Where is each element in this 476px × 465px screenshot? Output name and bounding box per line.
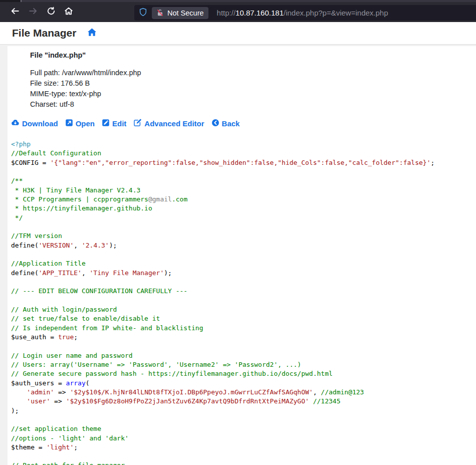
download-label: Download [22, 119, 58, 128]
code-line: /** [11, 176, 476, 185]
code-line: $auth_users = array( [11, 379, 476, 388]
open-external-icon [65, 119, 73, 128]
forward-button[interactable] [25, 4, 41, 20]
code-line: * H3K | Tiny File Manager V2.4.3 [11, 186, 476, 195]
code-line: */ [11, 213, 476, 222]
edit-link[interactable]: Edit [102, 119, 126, 128]
url-host: 10.87.160.181 [235, 9, 284, 17]
page-title: File Manager [12, 27, 76, 39]
home-button[interactable] [61, 4, 77, 20]
file-title: File "index.php" [30, 51, 476, 59]
edit-pencil-square-icon [102, 119, 110, 128]
advanced-editor-link[interactable]: Advanced Editor [133, 119, 204, 128]
code-line: $CONFIG = '{"lang":"en","error_reporting… [11, 158, 476, 167]
home-icon [64, 7, 73, 18]
code-line: $theme = 'light'; [11, 443, 476, 452]
url-path: /index.php?p=&view=index.php [284, 9, 388, 17]
code-viewer: <?php//Default Configuration$CONFIG = '{… [8, 138, 476, 465]
download-link[interactable]: Download [11, 119, 58, 128]
security-chip[interactable]: Not Secure [152, 7, 208, 19]
back-icon [11, 7, 20, 18]
code-line [11, 415, 476, 424]
refresh-icon [47, 7, 56, 18]
code-line: ); [11, 406, 476, 415]
code-line: // Login user name and password [11, 351, 476, 360]
code-line [11, 222, 476, 231]
back-circle-icon [211, 119, 219, 128]
open-label: Open [76, 119, 95, 128]
code-line [11, 342, 476, 351]
back-link[interactable]: Back [211, 119, 240, 128]
code-line: * CCP Programmers | ccpprogrammers@gmail… [11, 195, 476, 204]
code-line: // set true/false to enable/disable it [11, 314, 476, 323]
code-line: <?php [11, 140, 476, 149]
edit-label: Edit [112, 119, 126, 128]
code-line: // Generate secure password hash - https… [11, 369, 476, 378]
code-line: //TFM version [11, 231, 476, 241]
code-line: 'admin' => '$2y$10$/K.hjNr84lLNDt8fTXjoI… [11, 388, 476, 397]
file-size: File size: 176.56 B [30, 78, 476, 89]
code-line: define('APP_TITLE', 'Tiny File Manager')… [11, 269, 476, 278]
code-line: // Users: array('Username' => 'Password'… [11, 360, 476, 369]
code-line [11, 296, 476, 305]
refresh-button[interactable] [43, 4, 59, 20]
open-link[interactable]: Open [65, 119, 95, 128]
file-mime-type: MIME-type: text/x-php [30, 89, 476, 99]
code-line [11, 167, 476, 176]
broken-lock-icon [156, 9, 164, 17]
action-bar: Download Open Edit [11, 119, 476, 128]
code-line: // Auth with login/password [11, 305, 476, 314]
url-text: http://10.87.160.181/index.php?p=&view=i… [217, 9, 388, 17]
code-line: * https://tinyfilemanager.github.io [11, 204, 476, 213]
code-line: // Is independent from IP white- and bla… [11, 324, 476, 333]
code-line: //options - 'light' and 'dark' [11, 434, 476, 443]
file-info: File "index.php" Full path: /var/www/htm… [8, 46, 476, 110]
code-line: $use_auth = true; [11, 333, 476, 342]
url-bar[interactable]: Not Secure http://10.87.160.181/index.ph… [134, 5, 476, 21]
code-block: <?php//Default Configuration$CONFIG = '{… [11, 138, 476, 465]
code-line: define('VERSION', '2.4.3'); [11, 241, 476, 250]
code-line: // Root path for file manager [11, 461, 476, 465]
app-header: File Manager [0, 22, 476, 45]
back-label: Back [222, 119, 240, 128]
forward-icon [29, 7, 38, 18]
browser-toolbar: Not Secure http://10.87.160.181/index.ph… [0, 2, 476, 22]
shield-icon[interactable] [139, 8, 147, 19]
code-line [11, 250, 476, 259]
code-line: //Default Configuration [11, 149, 476, 158]
code-line: //Application Title [11, 259, 476, 268]
code-line: //set application theme [11, 424, 476, 433]
code-line [11, 452, 476, 461]
house-icon [87, 28, 97, 39]
security-label: Not Secure [167, 9, 204, 17]
content-card: File "index.php" Full path: /var/www/htm… [8, 46, 476, 465]
advanced-editor-label: Advanced Editor [144, 119, 204, 128]
code-line: // --- EDIT BELOW CONFIGURATION CAREFULL… [11, 287, 476, 296]
file-full-path: Full path: /var/www/html/index.php [30, 68, 476, 78]
cloud-download-icon [11, 119, 20, 128]
code-line [11, 278, 476, 287]
back-button[interactable] [7, 4, 23, 20]
advanced-editor-pencil-icon [133, 119, 142, 128]
app-home-link[interactable] [87, 28, 97, 39]
file-charset: Charset: utf-8 [30, 99, 476, 110]
url-scheme: http:// [217, 9, 236, 17]
code-line: 'user' => '$2y$10$Fg6Dz8oH9fPoZ2jJan5tZu… [11, 397, 476, 406]
